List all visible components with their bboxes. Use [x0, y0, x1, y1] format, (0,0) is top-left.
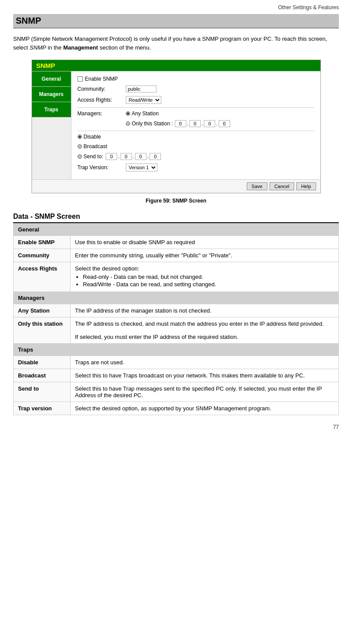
trap-version-label: Trap Version:: [78, 164, 126, 171]
section-managers-header: Managers: [14, 292, 339, 304]
intro-italic: SNMP: [30, 44, 46, 51]
access-rights-item-1: Read-only - Data can be read, but not ch…: [83, 274, 334, 280]
traps-sendto-ip-group: . . .: [106, 153, 161, 160]
any-station-radio[interactable]: [126, 111, 130, 116]
snmp-top-bar: SNMP: [32, 60, 320, 71]
snmp-sidebar: General Managers Traps: [32, 71, 71, 179]
separator-2: [78, 131, 314, 131]
traps-sendto-radio[interactable]: [78, 154, 82, 159]
snmp-content: Enable SNMP Community: Access Rights: Re…: [71, 71, 320, 179]
enable-snmp-checkbox[interactable]: [78, 76, 83, 82]
figure-caption: Figure 59: SNMP Screen: [13, 198, 339, 204]
only-station-row: Only this Station : . . .: [78, 120, 314, 127]
traps-ip-3[interactable]: [135, 153, 146, 160]
traps-broadcast-radio[interactable]: [78, 144, 82, 149]
any-station-row-desc: The IP address of the manager station is…: [71, 304, 339, 317]
community-row-label: Community: [14, 249, 71, 262]
access-rights-item-2: Read/Write - Data can be read, and setti…: [83, 281, 334, 288]
community-label: Community:: [78, 86, 126, 92]
help-button[interactable]: Help: [296, 182, 316, 190]
access-rights-select[interactable]: Read/Write Read-only: [126, 96, 161, 104]
sidebar-item-general[interactable]: General: [32, 71, 71, 87]
separator-1: [78, 107, 314, 108]
only-station-ip-1[interactable]: [175, 120, 186, 127]
snmp-footer: Save Cancel Help: [32, 179, 320, 193]
snmp-body: General Managers Traps Enable SNMP Commu…: [32, 71, 320, 179]
send-to-row-label: Send to: [14, 382, 71, 402]
sidebar-item-managers[interactable]: Managers: [32, 87, 71, 102]
dot4: .: [118, 153, 119, 160]
cancel-button[interactable]: Cancel: [270, 182, 294, 190]
traps-sendto-label: Send to:: [84, 153, 103, 160]
save-button[interactable]: Save: [247, 182, 267, 190]
community-input[interactable]: [126, 85, 156, 93]
enable-snmp-row-desc: Use this to enable or disable SNMP as re…: [71, 236, 339, 249]
any-station-row-label: Any Station: [14, 304, 71, 317]
intro-text-end: section of the menu.: [98, 44, 151, 51]
traps-sendto-row: Send to: . . .: [78, 153, 314, 160]
access-rights-row-label: Access Rights: [14, 262, 71, 292]
community-row: Community:: [78, 85, 314, 93]
traps-disable-row: Disable: [78, 134, 314, 140]
traps-disable-radio[interactable]: [78, 135, 82, 139]
traps-disable-label: Disable: [84, 134, 101, 140]
community-row-desc: Enter the community string, usually eith…: [71, 249, 339, 262]
row-any-station: Any Station The IP address of the manage…: [14, 304, 339, 317]
traps-ip-4[interactable]: [149, 153, 161, 160]
dot1: .: [187, 121, 188, 127]
enable-snmp-label: Enable SNMP: [85, 76, 118, 82]
access-rights-row-desc: Select the desired option: Read-only - D…: [71, 262, 339, 292]
only-station-label: Only this Station :: [132, 121, 173, 127]
enable-snmp-row-label: Enable SNMP: [14, 236, 71, 249]
intro-bold: Management: [63, 44, 98, 51]
row-enable-snmp: Enable SNMP Use this to enable or disabl…: [14, 236, 339, 249]
traps-ip-2[interactable]: [121, 153, 132, 160]
row-send-to: Send to Select this to have Trap message…: [14, 382, 339, 402]
row-access-rights: Access Rights Select the desired option:…: [14, 262, 339, 292]
section-managers: Managers: [14, 292, 339, 304]
only-station-ip-4[interactable]: [219, 120, 230, 127]
section-traps: Traps: [14, 344, 339, 356]
only-station-row-desc: The IP address is checked, and must matc…: [71, 317, 339, 344]
managers-row: Managers: Any Station: [78, 110, 314, 117]
snmp-screenshot: SNMP General Managers Traps Enable SNMP …: [32, 60, 321, 193]
trap-version-select[interactable]: Version 1 Version 2: [126, 164, 157, 171]
trap-version-row-label: Trap version: [14, 402, 71, 415]
dot2: .: [202, 121, 203, 127]
row-broadcast: Broadcast Select this to have Traps broa…: [14, 369, 339, 382]
dot3: .: [216, 121, 217, 127]
only-station-ip-3[interactable]: [204, 120, 215, 127]
data-table-title: Data - SNMP Screen: [13, 213, 339, 223]
intro-paragraph: SNMP (Simple Network Management Protocol…: [13, 35, 339, 52]
disable-row-label: Disable: [14, 356, 71, 369]
intro-text-mid: in the: [46, 44, 63, 51]
traps-ip-1[interactable]: [106, 153, 117, 160]
page-header: Other Settings & Features: [13, 4, 339, 11]
access-rights-label: Access Rights:: [78, 97, 126, 103]
sidebar-item-traps[interactable]: Traps: [32, 102, 71, 117]
data-table: General Enable SNMP Use this to enable o…: [13, 223, 339, 415]
access-rights-desc-text: Select the desired option:: [75, 265, 139, 272]
managers-label: Managers:: [78, 110, 126, 117]
row-only-station: Only this station The IP address is chec…: [14, 317, 339, 344]
only-station-desc-2: If selected, you must enter the IP addre…: [75, 334, 238, 340]
enable-snmp-row: Enable SNMP: [78, 76, 314, 82]
only-station-ip-2[interactable]: [189, 120, 201, 127]
any-station-label: Any Station: [132, 110, 159, 117]
row-trap-version: Trap version Select the desired option, …: [14, 402, 339, 415]
page-number: 77: [13, 424, 339, 430]
send-to-row-desc: Select this to have Trap messages sent t…: [71, 382, 339, 402]
broadcast-row-desc: Select this to have Traps broadcast on y…: [71, 369, 339, 382]
disable-row-desc: Traps are not used.: [71, 356, 339, 369]
only-station-radio[interactable]: [126, 121, 130, 126]
trap-version-row-desc: Select the desired option, as supported …: [71, 402, 339, 415]
section-title: SNMP: [13, 14, 339, 28]
section-traps-header: Traps: [14, 344, 339, 356]
dot6: .: [147, 153, 149, 160]
row-community: Community Enter the community string, us…: [14, 249, 339, 262]
section-general: General: [14, 224, 339, 236]
traps-broadcast-label: Broadcast: [84, 143, 107, 149]
only-station-ip-group: . . .: [175, 120, 230, 127]
dot5: .: [133, 153, 134, 160]
traps-broadcast-row: Broadcast: [78, 143, 314, 149]
